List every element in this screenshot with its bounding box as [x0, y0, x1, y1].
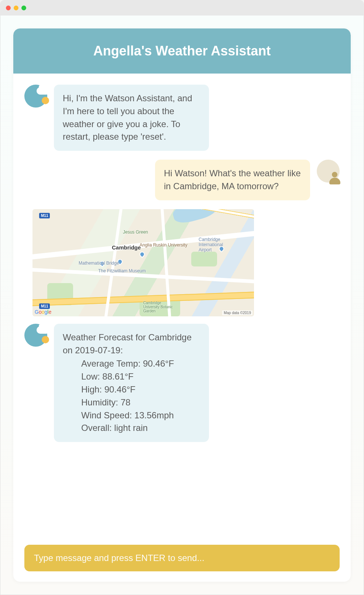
app-window: Angella's Weather Assistant Hi, I'm the …: [0, 16, 364, 595]
highway-shield: M11: [39, 303, 50, 309]
map-image[interactable]: M11 M11 Cambridge Anglia Ruskin Universi…: [32, 209, 254, 316]
bot-message-bubble: Hi, I'm the Watson Assistant, and I'm he…: [54, 85, 209, 151]
message-row-bot: Weather Forecast for Cambridge on 2019-0…: [24, 324, 340, 442]
map-poi-label: Jesus Green: [123, 229, 148, 235]
map-poi-label: Cambridge University Botanic Garden: [143, 301, 176, 313]
forecast-header: Weather Forecast for Cambridge on 2019-0…: [63, 331, 200, 357]
forecast-humidity: Humidity: 78: [81, 396, 200, 409]
chat-body[interactable]: Hi, I'm the Watson Assistant, and I'm he…: [13, 74, 351, 540]
user-message-bubble: Hi Watson! What's the weather like in Ca…: [155, 160, 310, 200]
forecast-wind: Wind Speed: 13.56mph: [81, 409, 200, 422]
map-poi-label: Mathematical Bridge: [79, 261, 119, 266]
highway-shield: M11: [39, 213, 50, 218]
chat-container: Angella's Weather Assistant Hi, I'm the …: [13, 28, 351, 582]
forecast-low: Low: 88.61°F: [81, 370, 200, 383]
map-attachment: M11 M11 Cambridge Anglia Ruskin Universi…: [24, 209, 340, 316]
forecast-details: Average Temp: 90.46°F Low: 88.61°F High:…: [63, 357, 200, 435]
minimize-window-button[interactable]: [14, 6, 18, 10]
message-row-user: Hi Watson! What's the weather like in Ca…: [24, 160, 340, 200]
map-center-label: Cambridge: [112, 244, 141, 251]
chat-footer: [13, 540, 351, 582]
forecast-high: High: 90.46°F: [81, 383, 200, 396]
window-titlebar: [0, 0, 364, 16]
user-avatar: [317, 160, 340, 183]
chat-title: Angella's Weather Assistant: [13, 28, 351, 74]
message-row-bot: Hi, I'm the Watson Assistant, and I'm he…: [24, 85, 340, 151]
forecast-avg-temp: Average Temp: 90.46°F: [81, 357, 200, 370]
bot-avatar: [24, 324, 47, 347]
map-poi-label: Cambridge International Airport: [199, 237, 228, 252]
map-attribution: Map data ©2019: [222, 310, 253, 315]
forecast-bubble: Weather Forecast for Cambridge on 2019-0…: [54, 324, 209, 442]
map-poi-label: Anglia Ruskin University: [140, 242, 169, 248]
bot-avatar: [24, 85, 47, 108]
map-poi-label: The Fitzwilliam Museum: [98, 268, 146, 273]
google-logo: Google: [35, 309, 51, 315]
map-pin-icon: [138, 251, 146, 258]
message-input[interactable]: [24, 545, 340, 571]
maximize-window-button[interactable]: [21, 6, 26, 10]
close-window-button[interactable]: [6, 6, 11, 10]
forecast-overall: Overall: light rain: [81, 422, 200, 435]
